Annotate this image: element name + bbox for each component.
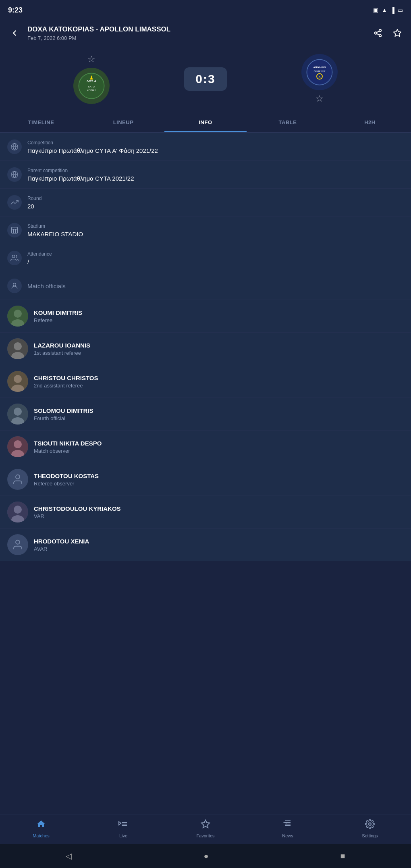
- tab-lineup[interactable]: LINEUP: [82, 114, 164, 132]
- official-info-0: KOUMI DIMITRIS Referee: [34, 309, 404, 323]
- round-icon: [7, 195, 22, 210]
- tab-table[interactable]: TABLE: [247, 114, 329, 132]
- info-content: Competition Παγκύπριο Πρωτάθλημα CYTA Α'…: [0, 133, 411, 561]
- official-name-7: HRODOTOU XENIA: [34, 538, 404, 545]
- parent-competition-label: Parent competition: [27, 168, 404, 173]
- score-area: ☆ ΔΟΞ.Α ΚΑΤΩ ΚΟΠΙΑΣ 0:3 ΑΠΟΛΛΩΝ ΛΕΜΕΣΟΣ …: [0, 46, 411, 114]
- signal-icon: ▐: [390, 7, 394, 13]
- official-name-5: THEODOTOU KOSTAS: [34, 473, 404, 479]
- svg-marker-43: [201, 820, 210, 828]
- official-role-6: VAR: [34, 513, 404, 519]
- nav-news-label: News: [282, 833, 293, 838]
- tab-timeline[interactable]: TIMELINE: [0, 114, 82, 132]
- official-row: THEODOTOU KOSTAS Referee observer: [0, 463, 411, 496]
- header: DOXA KATOKOPIAS - APOLLON LIMASSOL Feb 7…: [0, 20, 411, 46]
- share-button[interactable]: [371, 26, 385, 40]
- favorite-button[interactable]: [390, 26, 405, 40]
- competition-text: Competition Παγκύπριο Πρωτάθλημα CYTA Α'…: [27, 140, 404, 154]
- svg-point-30: [14, 375, 22, 383]
- live-icon: [118, 819, 128, 831]
- away-team-block: ΑΠΟΛΛΩΝ ΛΕΜΕΣΟΣ A ☆: [235, 54, 405, 104]
- official-info-7: HRODOTOU XENIA AVAR: [34, 538, 404, 552]
- parent-competition-icon: [7, 167, 22, 182]
- official-name-0: KOUMI DIMITRIS: [34, 309, 404, 316]
- away-team-favorite[interactable]: ☆: [316, 94, 324, 104]
- officials-header: Match officials: [0, 272, 411, 300]
- competition-row: Competition Παγκύπριο Πρωτάθλημα CYTA Α'…: [0, 133, 411, 161]
- match-datetime: Feb 7, 2022 6:00 PM: [27, 35, 366, 41]
- attendance-value: /: [27, 258, 404, 265]
- official-avatar-5: [7, 469, 28, 490]
- back-button[interactable]: [6, 25, 23, 41]
- competition-icon: [7, 139, 22, 154]
- score-display: 0:3: [184, 67, 226, 91]
- android-recents-button[interactable]: ■: [340, 851, 345, 861]
- parent-competition-value: Παγκύπριο Πρωτάθλημα CYTA 2021/22: [27, 175, 404, 182]
- svg-point-27: [14, 342, 22, 350]
- official-info-6: CHRISTODOULOU KYRIAKOS VAR: [34, 505, 404, 519]
- nav-live-label: Live: [119, 833, 127, 838]
- svg-text:ΑΠΟΛΛΩΝ: ΑΠΟΛΛΩΝ: [313, 66, 326, 69]
- official-avatar-0: [7, 306, 28, 327]
- battery-icon: ▭: [398, 7, 403, 13]
- competition-value: Παγκύπριο Πρωτάθλημα CYTA Α' Φάση 2021/2…: [27, 147, 404, 154]
- official-row: LAZAROU IOANNIS 1st assistant referee: [0, 333, 411, 365]
- official-name-3: SOLOMOU DIMITRIS: [34, 407, 404, 414]
- settings-icon: [365, 819, 375, 831]
- favorites-icon: [201, 819, 210, 831]
- official-name-2: CHRISTOU CHRISTOS: [34, 375, 404, 381]
- svg-point-40: [14, 506, 22, 514]
- stadium-value: MAKAREIO STADIO: [27, 231, 404, 237]
- matches-icon: [36, 819, 46, 831]
- home-team-favorite[interactable]: ☆: [87, 54, 95, 65]
- svg-text:ΔΟΞ.Α: ΔΟΞ.Α: [86, 79, 96, 83]
- officials-section-title: Match officials: [27, 283, 66, 289]
- attendance-label: Attendance: [27, 251, 404, 257]
- attendance-icon: [7, 251, 22, 265]
- official-row: CHRISTODOULOU KYRIAKOS VAR: [0, 496, 411, 529]
- svg-point-38: [16, 475, 20, 479]
- android-back-button[interactable]: ◁: [66, 851, 72, 861]
- official-row: TSIOUTI NIKITA DESPO Match observer: [0, 431, 411, 463]
- android-home-button[interactable]: ●: [203, 851, 208, 861]
- nav-news[interactable]: News: [247, 819, 329, 838]
- official-avatar-3: [7, 404, 28, 425]
- official-role-4: Match observer: [34, 448, 404, 454]
- round-row: Round 20: [0, 189, 411, 216]
- round-value: 20: [27, 203, 404, 210]
- match-title: DOXA KATOKOPIAS - APOLLON LIMASSOL: [27, 25, 366, 34]
- stadium-row: Stadium MAKAREIO STADIO: [0, 216, 411, 244]
- nav-settings[interactable]: Settings: [329, 819, 411, 838]
- away-team-logo: ΑΠΟΛΛΩΝ ΛΕΜΕΣΟΣ A: [301, 54, 338, 90]
- round-text: Round 20: [27, 196, 404, 210]
- round-label: Round: [27, 196, 404, 201]
- nav-live[interactable]: Live: [82, 819, 164, 838]
- official-avatar-4: [7, 436, 28, 457]
- official-role-3: Fourth official: [34, 415, 404, 421]
- bottom-nav: Matches Live Favorites News: [0, 814, 411, 844]
- nav-matches[interactable]: Matches: [0, 819, 82, 838]
- tab-info[interactable]: INFO: [164, 114, 247, 132]
- official-role-2: 2nd assistant referee: [34, 383, 404, 389]
- svg-point-44: [369, 823, 371, 825]
- svg-point-21: [12, 255, 15, 258]
- svg-text:A: A: [319, 75, 321, 78]
- svg-point-22: [13, 283, 16, 286]
- news-icon: [283, 819, 293, 831]
- nav-favorites[interactable]: Favorites: [164, 819, 247, 838]
- tab-h2h[interactable]: H2H: [329, 114, 411, 132]
- official-row: CHRISTOU CHRISTOS 2nd assistant referee: [0, 365, 411, 398]
- header-title-block: DOXA KATOKOPIAS - APOLLON LIMASSOL Feb 7…: [27, 25, 366, 41]
- header-actions: [371, 26, 405, 40]
- competition-label: Competition: [27, 140, 404, 146]
- official-info-5: THEODOTOU KOSTAS Referee observer: [34, 473, 404, 487]
- svg-marker-5: [394, 29, 401, 36]
- official-name-4: TSIOUTI NIKITA DESPO: [34, 440, 404, 447]
- home-team-logo: ΔΟΞ.Α ΚΑΤΩ ΚΟΠΙΑΣ: [73, 68, 110, 104]
- svg-text:ΚΟΠΙΑΣ: ΚΟΠΙΑΣ: [87, 89, 96, 92]
- official-avatar-1: [7, 338, 28, 359]
- official-info-2: CHRISTOU CHRISTOS 2nd assistant referee: [34, 375, 404, 389]
- parent-competition-text: Parent competition Παγκύπριο Πρωτάθλημα …: [27, 168, 404, 182]
- svg-line-3: [377, 33, 379, 35]
- status-time: 9:23: [8, 6, 23, 15]
